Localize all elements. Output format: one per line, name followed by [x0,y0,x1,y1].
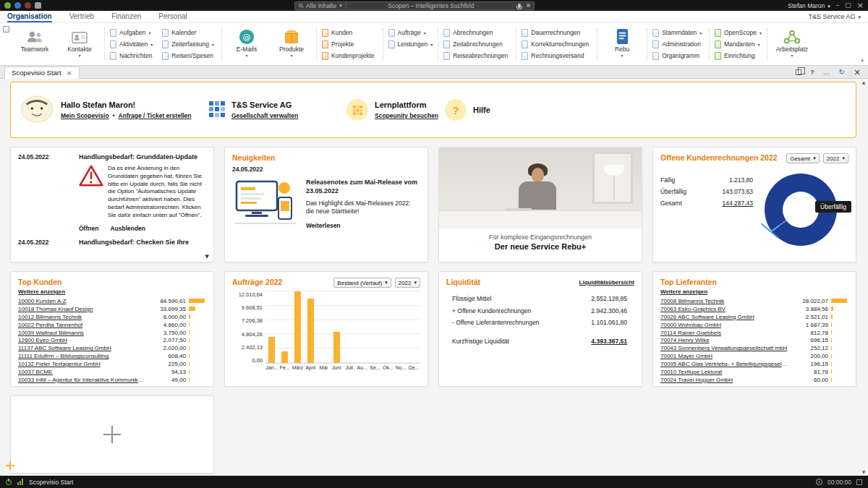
ribbon-item-stammdaten[interactable]: Stammdaten▾ [652,28,704,37]
maximize-button[interactable] [845,2,851,9]
ribbon-item-einrichtung[interactable]: Einrichtung [715,51,762,60]
ribbon-item-kontakte[interactable]: Kontakte [60,26,99,62]
ribbon-item-rebu[interactable]: Rebu [603,26,642,62]
layout-icon[interactable] [796,69,801,75]
leaf-icon[interactable] [4,2,11,9]
global-search[interactable]: Alle Inhalte Scopen – Intelligentes Such… [294,1,535,10]
add-dashboard-widget-icon[interactable] [6,461,14,470]
ribbon-item-kundenprojekte[interactable]: Kundenprojekte [322,51,378,60]
app-menu-icon[interactable] [1,26,10,64]
customer-row[interactable]: 12600 Eyeo GmbH 2.077,50 [18,336,206,344]
show-more-link[interactable]: Weitere anzeigen [18,288,206,295]
customer-row[interactable]: 10022 Perdita Tannenhof 4.860,00 [18,321,206,329]
supplier-row[interactable]: 70010 Textlupe Lektorat 81,78 [660,368,848,376]
invoices-scope-select[interactable]: Gesamt [786,153,820,163]
expand-icon[interactable] [856,479,862,485]
ribbon-item-dauerrechnungen[interactable]: Dauerrechnungen [522,28,592,37]
customer-row[interactable]: 10012 Billmanns Technik 6.000,00 [18,313,206,321]
menu-finanzen[interactable]: Finanzen [111,11,141,22]
ribbon-item-teamwork[interactable]: Teamwork [15,26,54,62]
customer-row[interactable]: 10132 Fieler Textagentur GmbH 225,00 [18,360,206,368]
scroll-down-icon[interactable] [205,254,209,260]
supplier-row[interactable]: 70008 Billmanns Technik 28.022,07 [660,297,848,305]
my-scopevisio-link[interactable]: Mein Scopevisio [61,112,109,119]
menu-vertrieb[interactable]: Vertrieb [69,11,94,22]
phone-icon[interactable] [35,2,41,9]
open-button[interactable]: Öffnen [79,225,98,232]
manage-company-link[interactable]: Gesellschaft verwalten [231,112,298,119]
supplier-row[interactable]: 70024 Travel Hopper GmbH 60,00 [660,376,848,384]
ribbon-item-aufgaben[interactable]: Aufgaben▾ [110,28,155,37]
ribbon-item-kalender[interactable]: Kalender [162,28,216,37]
customer-row[interactable]: 10018 Thomas Knauf Design 33.699,35 [18,305,206,313]
user-menu[interactable]: Stefan Maron [788,2,830,9]
rebu-promo-card[interactable]: Für komplexe Eingangsrechnungen Der neue… [438,147,642,262]
invoices-year-select[interactable]: 2022 [823,153,848,163]
search-input[interactable]: Scopen – Intelligentes Suchfeld [350,2,512,9]
news-headline[interactable]: Releasenotes zum Mai-Release vom 23.05.2… [306,179,420,195]
ribbon-item-auftraege[interactable]: Aufträge▾ [388,28,433,37]
customer-row[interactable]: 10000 Kunden A-Z 84.590,61 [18,297,206,305]
more-options-icon[interactable] [823,68,830,76]
tab-scopevisio-start[interactable]: Scopevisio Start [4,67,80,79]
scroll-down-arrow-icon[interactable] [862,469,866,474]
close-tab-area-icon[interactable] [854,67,861,77]
company-selector[interactable]: T&S Service AG [808,13,861,20]
ribbon-item-produkte[interactable]: Produkte [272,26,311,62]
menu-organisation[interactable]: Organisation [7,11,52,22]
customer-row[interactable]: 10037 BCME 94,13 [18,368,206,376]
read-more-link[interactable]: Weiterlesen [306,222,420,229]
ribbon-item-nachrichten[interactable]: Nachrichten [110,51,155,60]
empty-widget-card[interactable] [10,395,214,474]
globe-icon[interactable] [14,2,21,9]
supplier-row[interactable]: 70074 Henry Wilke 696,15 [660,336,848,344]
ribbon-item-emails[interactable]: @ E-Mails [227,26,266,62]
pin-icon[interactable] [527,4,530,7]
ribbon-item-openscope[interactable]: OpenScope▾ [715,28,762,37]
ribbon-item-abrechnungen[interactable]: Abrechnungen [443,28,511,37]
help-title[interactable]: Hilfe [473,106,490,114]
minimize-button[interactable] [836,2,840,9]
help-icon[interactable] [810,68,814,76]
scroll-up-icon[interactable] [862,80,866,85]
microphone-icon[interactable] [518,4,521,8]
menu-personal[interactable]: Personal [158,11,187,22]
ribbon-item-aktivitaeten[interactable]: Aktivitäten▾ [110,40,155,48]
ribbon-item-reiseabrechnungen[interactable]: Reiseabrechnungen [443,51,511,60]
customer-row[interactable]: 11137 ABC Software Leasing GmbH 2.020,00 [18,344,206,352]
hide-button[interactable]: Ausblenden [110,225,145,232]
ribbon-item-administration[interactable]: Administration [652,40,704,48]
ribbon-item-zeiterfassung[interactable]: Zeiterfassung▾ [162,40,216,48]
ribbon-item-kunden[interactable]: Kunden [322,28,378,37]
show-more-link[interactable]: Weitere anzeigen [660,288,848,295]
performance-chart-icon[interactable] [17,479,23,485]
supplier-row[interactable]: 70063 Esko-Graphics BV 3.884,56 [660,305,848,313]
ribbon-item-organigramm[interactable]: Organigramm [652,51,704,60]
orders-year-select[interactable]: 2022 [395,278,420,288]
ribbon-item-projekte[interactable]: Projekte [322,40,378,48]
ribbon-item-mandanten[interactable]: Mandanten▾ [715,40,762,48]
ribbon-item-zeitabrechnungen[interactable]: Zeitabrechnungen [443,40,511,48]
ribbon-collapse-icon[interactable] [861,58,864,64]
vertical-scrollbar[interactable] [860,80,867,474]
session-icon[interactable] [25,2,31,9]
supplier-row[interactable]: 70000 Wohnbau GmbH 1.687,39 [660,321,848,329]
customer-row[interactable]: 10039 Waltraut Billmanns 3.750,00 [18,329,206,337]
ribbon-item-rechnungsversand[interactable]: Rechnungsversand [522,51,592,60]
close-button[interactable] [857,2,864,9]
customer-row[interactable]: 11111 Edufirm – Bildungsconsulting 608,4… [18,352,206,360]
supplier-row[interactable]: 70043 Sonnenberg Verwaltungsgesellschaft… [660,344,848,352]
orders-view-select[interactable]: Bestand (Verlauf) [333,278,391,288]
supplier-row[interactable]: 70026 ABC Software Leasing GmbH 2.521,01 [660,313,848,321]
supplier-row[interactable]: 70095 ABC Glas Vertriebs- + Beteiligungs… [660,360,848,368]
supplier-row[interactable]: 70114 Rainer Goebbels 812,78 [660,329,848,337]
add-widget-plus-icon[interactable] [103,426,121,443]
liquidity-overview-link[interactable]: Liquiditätsübersicht [579,279,634,286]
refresh-icon[interactable] [839,68,845,76]
tab-close-icon[interactable] [67,69,72,77]
ribbon-item-leistungen[interactable]: Leistungen▾ [388,40,433,48]
ribbon-item-korrekturrechnungen[interactable]: Korrekturrechnungen [522,40,592,48]
search-scope-dropdown[interactable]: Alle Inhalte [306,2,346,9]
ribbon-item-arbeitsplatz[interactable]: Arbeitsplatz [773,26,812,62]
create-ticket-link[interactable]: Anfrage / Ticket erstellen [119,112,192,119]
